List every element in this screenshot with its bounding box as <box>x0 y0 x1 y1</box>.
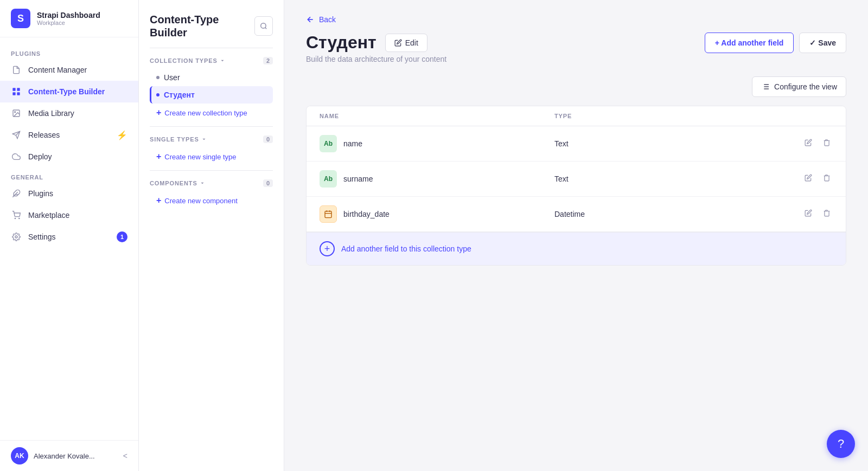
general-section-label: GENERAL <box>0 167 138 183</box>
field-name: surname <box>343 175 373 183</box>
sidebar-item-deploy[interactable]: Deploy <box>0 146 138 167</box>
chevron-down-icon <box>220 58 225 63</box>
add-field-row[interactable]: + Add another field to this collection t… <box>307 232 846 265</box>
field-type: Datetime <box>554 210 789 218</box>
add-field-button[interactable]: + Add another field <box>705 33 794 53</box>
cloud-icon <box>11 151 22 162</box>
plus-icon: + <box>156 196 161 205</box>
back-link[interactable]: Back <box>306 15 846 24</box>
col-name-header: NAME <box>320 113 554 119</box>
main-inner: Back Студент Edit Build the data archite… <box>284 0 868 471</box>
sidebar-item-releases[interactable]: Releases ⚡ <box>0 124 138 146</box>
delete-field-button[interactable] <box>821 137 833 151</box>
ctb-panel: Content-Type Builder COLLECTION TYPES 2 … <box>139 0 284 471</box>
plus-icon: + <box>156 152 161 162</box>
ctb-item-label: Студент <box>164 91 195 99</box>
field-name: birthday_date <box>343 210 390 218</box>
ctb-item-user[interactable]: User <box>150 69 273 86</box>
edit-field-button[interactable] <box>802 172 814 186</box>
save-button[interactable]: ✓ Save <box>799 33 846 53</box>
sidebar-item-marketplace[interactable]: Marketplace <box>0 204 138 226</box>
back-label: Back <box>319 15 336 24</box>
sidebar-item-label: Content Manager <box>28 66 87 74</box>
paper-plane-icon <box>11 130 22 140</box>
add-field-circle-icon: + <box>320 241 335 256</box>
calendar-icon <box>324 210 333 218</box>
delete-field-button[interactable] <box>821 172 833 186</box>
ctb-item-student[interactable]: Студент <box>150 86 273 104</box>
gear-icon <box>11 231 22 242</box>
svg-rect-0 <box>12 88 15 91</box>
components-label: COMPONENTS <box>150 180 205 186</box>
svg-point-10 <box>15 218 15 218</box>
pencil-icon <box>805 139 812 146</box>
create-single-type-link[interactable]: + Create new single type <box>150 147 273 166</box>
delete-field-button[interactable] <box>821 207 833 221</box>
sidebar-item-label: Releases <box>28 131 60 139</box>
page-subtitle: Build the data architecture of your cont… <box>306 55 446 63</box>
edit-field-button[interactable] <box>802 207 814 221</box>
sidebar-item-label: Media Library <box>28 109 74 118</box>
table-row: Ab surname Text <box>307 162 846 197</box>
components-section: COMPONENTS 0 + Create new component <box>139 171 284 214</box>
avatar: AK <box>11 447 28 464</box>
svg-rect-22 <box>325 211 331 218</box>
create-component-link[interactable]: + Create new component <box>150 191 273 210</box>
sidebar: S Strapi Dashboard Workplace PLUGINS Con… <box>0 0 139 471</box>
sidebar-header: S Strapi Dashboard Workplace <box>0 0 138 37</box>
page-title: Студент <box>306 33 376 53</box>
sidebar-item-media-library[interactable]: Media Library <box>0 102 138 124</box>
plugins-section-label: PLUGINS <box>0 44 138 59</box>
svg-point-11 <box>19 218 20 218</box>
sidebar-item-label: Deploy <box>28 152 52 161</box>
fields-table: NAME TYPE Ab name Text <box>306 106 846 266</box>
save-label: ✓ Save <box>809 38 836 47</box>
chevron-down-icon <box>201 137 207 142</box>
sidebar-item-plugins[interactable]: Plugins <box>0 183 138 204</box>
settings-badge: 1 <box>117 231 127 242</box>
sidebar-item-label: Plugins <box>28 189 53 198</box>
help-fab[interactable]: ? <box>827 430 855 458</box>
lightning-icon: ⚡ <box>117 130 127 140</box>
collapse-button[interactable]: < <box>123 451 127 460</box>
ctb-search-button[interactable] <box>254 16 273 36</box>
create-single-label: Create new single type <box>164 153 236 161</box>
collection-types-section: COLLECTION TYPES 2 User Студент + Create… <box>139 48 284 126</box>
single-types-section: SINGLE TYPES 0 + Create new single type <box>139 127 284 170</box>
table-row: Ab name Text <box>307 126 846 162</box>
puzzle-icon <box>11 86 22 97</box>
svg-rect-2 <box>12 92 15 95</box>
sidebar-item-settings[interactable]: Settings 1 <box>0 226 138 248</box>
question-mark-icon: ? <box>838 437 844 451</box>
table-row: birthday_date Datetime <box>307 197 846 232</box>
trash-icon <box>823 209 831 217</box>
create-collection-type-link[interactable]: + Create new collection type <box>150 104 273 122</box>
svg-line-14 <box>265 28 266 29</box>
configure-view-label: Configure the view <box>774 82 837 91</box>
svg-rect-1 <box>17 88 20 91</box>
sidebar-nav: PLUGINS Content Manager Content-Type Bui… <box>0 37 138 440</box>
edit-button[interactable]: Edit <box>385 34 427 52</box>
page-header-actions: + Add another field ✓ Save <box>705 33 846 53</box>
pencil-icon <box>805 209 812 217</box>
configure-view-button[interactable]: Configure the view <box>752 76 846 97</box>
collection-types-count: 2 <box>263 57 273 64</box>
edit-field-button[interactable] <box>802 137 814 151</box>
field-badge: Ab <box>320 135 337 152</box>
file-icon <box>11 64 22 75</box>
svg-point-12 <box>15 236 17 238</box>
sidebar-item-content-manager[interactable]: Content Manager <box>0 59 138 81</box>
pencil-icon <box>394 39 402 47</box>
pencil-icon <box>805 174 812 182</box>
add-field-label: + Add another field <box>715 38 784 47</box>
plus-icon: + <box>156 108 161 118</box>
sidebar-item-content-type-builder[interactable]: Content-Type Builder <box>0 81 138 102</box>
sidebar-item-label: Settings <box>28 233 56 241</box>
field-type: Text <box>554 175 789 183</box>
svg-point-5 <box>15 112 16 113</box>
app-title: Strapi Dashboard <box>37 11 100 20</box>
trash-icon <box>823 139 831 146</box>
field-badge: Ab <box>320 170 337 188</box>
app-logo: S <box>11 9 30 28</box>
svg-point-13 <box>261 23 266 28</box>
